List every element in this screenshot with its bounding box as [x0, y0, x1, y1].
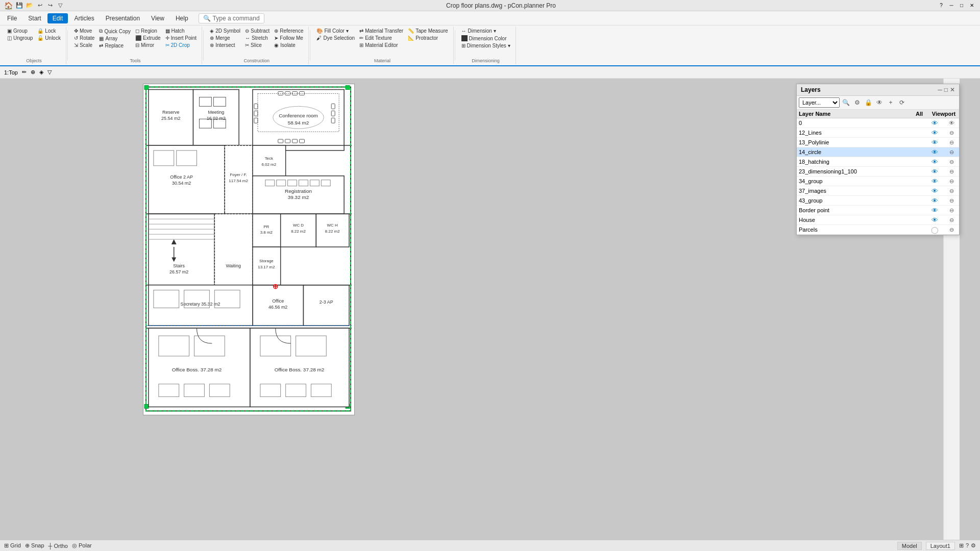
layer-vp-eye[interactable]: ⊖ [944, 227, 959, 233]
region-btn[interactable]: ◻Region [133, 28, 162, 34]
layer-vp-eye[interactable]: ⊖ [944, 159, 959, 165]
layer-row-43_group[interactable]: 43_group 👁 ⊖ [797, 196, 959, 206]
group-btn[interactable]: ▣Group [5, 28, 35, 34]
fill-color-btn[interactable]: 🎨Fill Color ▾ [314, 28, 357, 34]
layer-vp-eye[interactable]: ⊖ [944, 168, 959, 175]
redo-btn[interactable]: ▽ [56, 1, 65, 10]
menu-articles[interactable]: Articles [69, 13, 99, 23]
rotate-btn[interactable]: ↺Rotate [72, 35, 96, 41]
layer-row-13_Polylinie[interactable]: 13_Polylinie 👁 ⊖ [797, 138, 959, 147]
layers-restore[interactable]: □ [944, 86, 948, 93]
snap-tool[interactable]: ⊕ [31, 69, 35, 76]
merge-btn[interactable]: ⊕Merge [208, 35, 242, 41]
layer-row-House[interactable]: House 👁 ⊖ [797, 215, 959, 225]
layer-vp-eye[interactable]: ⊖ [944, 178, 959, 185]
tape-measure-btn[interactable]: 📏Tape Measure [406, 28, 450, 34]
edit-texture-btn[interactable]: ✏Edit Texture [357, 35, 405, 41]
minimize-btn[interactable]: ─ [947, 2, 955, 10]
menu-start[interactable]: Start [23, 13, 46, 23]
grid-toggle[interactable]: ⊞ Grid [4, 542, 21, 549]
open-btn[interactable]: 📂 [25, 1, 34, 10]
layer-row-14_circle[interactable]: 14_circle 👁 ⊖ [797, 147, 959, 157]
reference-btn[interactable]: ⊕Reference [272, 28, 305, 34]
layer-row-Border-point[interactable]: Border point 👁 ⊖ [797, 206, 959, 215]
insert-point-btn[interactable]: ✛Insert Point [163, 35, 199, 41]
layer-vp-eye[interactable]: ⊖ [944, 207, 959, 214]
layer-eye[interactable]: 👁 [925, 129, 944, 137]
layer-filter-btn[interactable]: 🔍 [841, 97, 851, 108]
menu-view[interactable]: View [146, 13, 169, 23]
layer-row-Parcels[interactable]: Parcels ◯ ⊖ [797, 225, 959, 235]
layer-lock-btn[interactable]: 🔒 [863, 97, 873, 108]
layer-eye[interactable]: 👁 [925, 158, 944, 166]
menu-edit[interactable]: Edit [47, 13, 68, 23]
2d-symbol-btn[interactable]: ◈2D Symbol [208, 28, 242, 34]
slice-btn[interactable]: ✂Slice [243, 42, 272, 48]
save-btn[interactable]: ↩ [35, 1, 44, 10]
layer-row-23_dimensioning1_100[interactable]: 23_dimensioning1_100 👁 ⊖ [797, 167, 959, 177]
layer-refresh-btn[interactable]: ⟳ [897, 97, 907, 108]
layer-select[interactable]: Layer... [799, 97, 840, 108]
intersect-btn[interactable]: ⊗Intersect [208, 42, 242, 48]
layers-minimize[interactable]: ─ [938, 86, 942, 93]
layer-vp-eye[interactable]: ⊖ [944, 130, 959, 136]
layer-eye[interactable]: 👁 [925, 207, 944, 214]
model-tab[interactable]: Model [897, 542, 922, 550]
snap-toggle[interactable]: ⊕ Snap [25, 542, 44, 549]
maximize-btn[interactable]: □ [958, 2, 966, 10]
canvas-area[interactable]: Reserve 25.54 m2 Meeting 16.02 m2 Confer… [0, 79, 980, 540]
ungroup-btn[interactable]: ◫Ungroup [5, 35, 35, 41]
layer-add-btn[interactable]: + [886, 97, 896, 108]
new-btn[interactable]: 💾 [15, 1, 24, 10]
hatch-btn[interactable]: ▦Hatch [163, 28, 199, 34]
move-btn[interactable]: ✥Move [72, 28, 96, 34]
ortho-toggle[interactable]: ┼ Ortho [48, 543, 68, 549]
2d-crop-btn[interactable]: ✂2D Crop [163, 42, 199, 48]
help-btn[interactable]: ? [937, 2, 945, 10]
layer-row-12_Lines[interactable]: 12_Lines 👁 ⊖ [797, 128, 959, 138]
menu-help[interactable]: Help [170, 13, 193, 23]
layer-row-37_images[interactable]: 37_images 👁 ⊖ [797, 186, 959, 196]
layer-eye[interactable]: ◯ [925, 226, 944, 234]
polar-toggle[interactable]: ◎ Polar [72, 542, 92, 549]
layer-vp-eye[interactable]: ⊖ [944, 139, 959, 146]
subtract-btn[interactable]: ⊖Subtract [243, 28, 272, 34]
replace-btn[interactable]: ⇄Replace [97, 42, 133, 49]
scale-btn[interactable]: ⇲Scale [72, 42, 96, 48]
layer-eye[interactable]: 👁 [925, 197, 944, 205]
quick-copy-btn[interactable]: ⧉Quick Copy [97, 28, 133, 35]
material-transfer-btn[interactable]: ⇄Material Transfer [357, 28, 405, 34]
dye-selection-btn[interactable]: 🖌Dye Selection [314, 35, 357, 41]
layer-vp-eye[interactable]: ⊖ [944, 149, 959, 156]
layer-eye[interactable]: 👁 [925, 139, 944, 146]
undo-btn[interactable]: ↪ [45, 1, 55, 10]
layer-vp-eye[interactable]: 👁 [944, 120, 959, 126]
material-editor-btn[interactable]: ⊞Material Editor [357, 42, 405, 48]
lock-btn[interactable]: 🔒Lock [35, 28, 63, 34]
protractor-btn[interactable]: 📐Protractor [406, 35, 450, 41]
extrude-btn[interactable]: ⬛Extrude [133, 35, 162, 41]
layer-eye-btn[interactable]: 👁 [874, 97, 885, 108]
layer-tool[interactable]: ◈ [39, 69, 43, 76]
layer-eye[interactable]: 👁 [925, 187, 944, 195]
array-btn[interactable]: ▦Array [97, 35, 133, 42]
dimension-color-btn[interactable]: Dimension Color [459, 35, 512, 42]
unlock-btn[interactable]: 🔓Unlock [35, 35, 63, 41]
layer-vp-eye[interactable]: ⊖ [944, 217, 959, 223]
close-btn[interactable]: ✕ [968, 2, 976, 10]
layer-eye[interactable]: 👁 [925, 178, 944, 185]
dropdown-tool[interactable]: ▽ [47, 69, 52, 76]
follow-me-btn[interactable]: ➤Follow Me [272, 35, 305, 41]
isolate-btn[interactable]: ◉Isolate [272, 42, 305, 48]
layer-row-0[interactable]: 0 👁 👁 [797, 118, 959, 128]
layer-eye[interactable]: 👁 [925, 148, 944, 156]
layer-row-18_hatching[interactable]: 18_hatching 👁 ⊖ [797, 157, 959, 167]
layer-row-34_group[interactable]: 34_group 👁 ⊖ [797, 177, 959, 186]
dimension-btn[interactable]: ↔Dimension ▾ [459, 28, 512, 34]
layer-eye[interactable]: 👁 [925, 119, 944, 127]
menu-presentation[interactable]: Presentation [101, 13, 145, 23]
mirror-btn[interactable]: ⊟Mirror [133, 42, 162, 48]
layer-eye[interactable]: 👁 [925, 216, 944, 224]
layer-vp-eye[interactable]: ⊖ [944, 188, 959, 194]
command-input[interactable]: 🔍 Type a command [199, 13, 264, 23]
